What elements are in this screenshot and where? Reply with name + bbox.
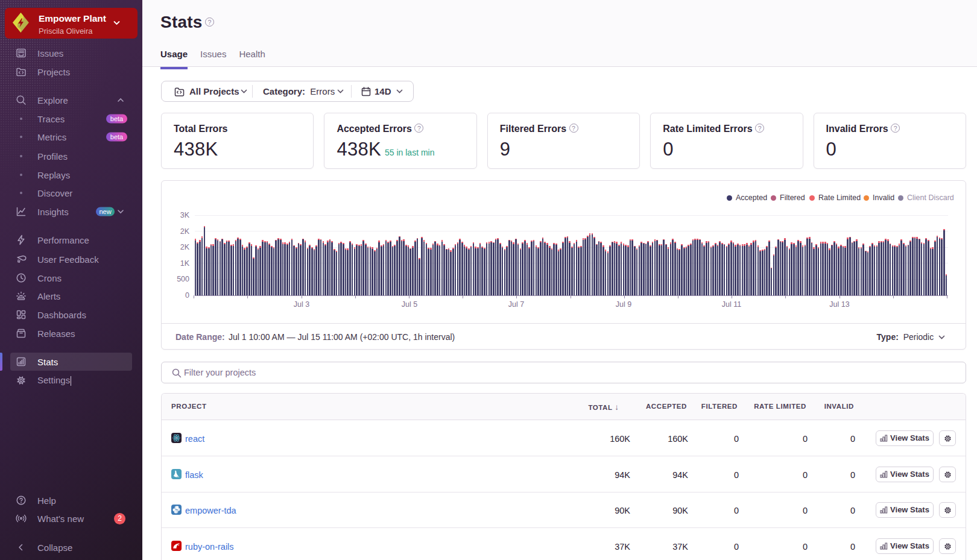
svg-text:Jul 3: Jul 3 [294,300,309,309]
svg-text:Jul 5: Jul 5 [402,300,417,309]
svg-text:0: 0 [185,291,189,300]
svg-text:Jul 11: Jul 11 [722,300,741,309]
svg-text:Jul 13: Jul 13 [829,300,849,309]
svg-text:500: 500 [177,275,189,283]
svg-text:2K: 2K [180,243,190,251]
svg-text:2K: 2K [180,227,190,236]
svg-text:Jul 9: Jul 9 [616,300,631,309]
svg-text:Jul 7: Jul 7 [508,300,524,309]
svg-text:3K: 3K [180,211,190,219]
svg-text:1K: 1K [180,259,190,268]
